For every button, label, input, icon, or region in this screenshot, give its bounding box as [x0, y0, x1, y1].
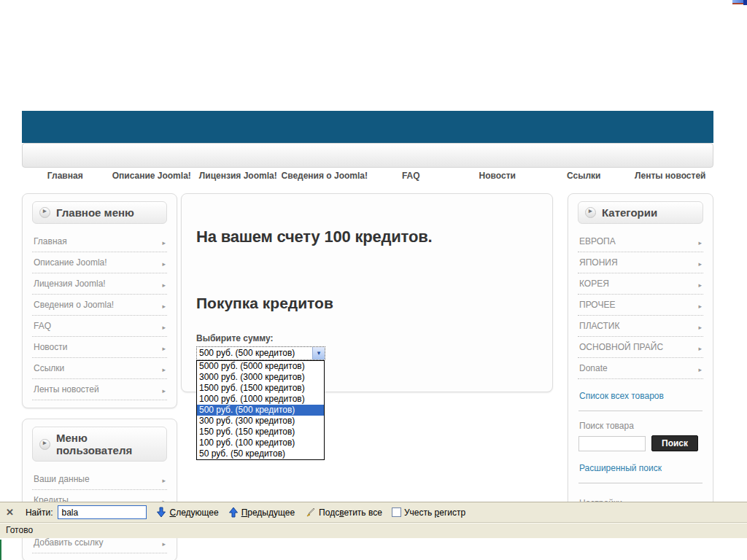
top-nav: Главная Описание Joomla! Лицензия Joomla… [22, 171, 713, 184]
green-edge-artifact [0, 540, 1, 560]
main-menu-item[interactable]: FAQ [32, 316, 167, 337]
main-menu-list: Главная Описание Joomla! Лицензия Joomla… [32, 231, 167, 400]
main-menu-item[interactable]: Описание Joomla! [32, 252, 167, 273]
user-menu-module: Меню пользователя Ваши данные Кредиты [22, 419, 177, 560]
arrow-right-icon [698, 343, 702, 353]
top-nav-item[interactable]: FAQ [368, 171, 454, 184]
product-search-input[interactable] [578, 436, 646, 451]
arrow-right-icon [698, 364, 702, 374]
amount-select-option[interactable]: 1500 руб. (1500 кредитов) [197, 383, 324, 394]
main-menu-item[interactable]: Главная [32, 231, 167, 252]
arrow-right-icon [162, 385, 166, 395]
find-bar: ✕ Найти: Следующее Предыдущее Подсветить… [0, 502, 747, 522]
status-bar: Готово [0, 522, 747, 538]
main-menu-item-label: FAQ [34, 321, 51, 331]
main-menu-item[interactable]: Сведения о Joomla! [32, 295, 167, 316]
main-menu-item[interactable]: Лицензия Joomla! [32, 273, 167, 295]
category-item-label: Donate [579, 363, 608, 373]
match-case-checkbox[interactable]: Учесть регистр [392, 508, 465, 518]
categories-list: ЕВРОПА ЯПОНИЯ КОРЕЯ [578, 231, 703, 379]
arrow-down-icon [156, 507, 166, 518]
top-nav-item[interactable]: Сведения о Joomla! [282, 171, 368, 184]
arrow-right-icon [162, 258, 166, 268]
main-menu-module: Главное меню Главная Описание Joomla! [22, 193, 177, 408]
user-menu-item[interactable]: Ваши данные [32, 469, 167, 490]
top-nav-item[interactable]: Ссылки [541, 171, 627, 184]
chevron-down-icon[interactable]: ▾ [312, 347, 325, 359]
arrow-right-icon [162, 322, 166, 332]
browser-screen: Главная Описание Joomla! Лицензия Joomla… [0, 0, 747, 560]
main-column: На вашем счету 100 кредитов. Покупка кре… [181, 193, 553, 392]
product-search-row: Поиск [578, 435, 703, 451]
category-item[interactable]: ЕВРОПА [578, 231, 703, 252]
user-menu-item-label: Добавить ссылку [34, 537, 103, 548]
categories-title: Категории [602, 206, 657, 219]
category-item-label: ЯПОНИЯ [579, 257, 618, 268]
module-arrow-icon [39, 207, 50, 218]
status-text: Готово [6, 525, 33, 535]
window-fragment [732, 0, 747, 6]
category-item-label: КОРЕЯ [579, 279, 609, 289]
arrow-right-icon [698, 258, 702, 268]
main-menu-header: Главное меню [32, 201, 167, 224]
amount-select-option[interactable]: 1000 руб. (1000 кредитов) [197, 394, 324, 405]
amount-select-option[interactable]: 5000 руб. (5000 кредитов) [197, 361, 324, 372]
find-input[interactable] [58, 505, 147, 519]
product-search-button[interactable]: Поиск [651, 435, 698, 451]
highlighter-icon [304, 508, 316, 518]
amount-select-label: Выбирите сумму: [196, 333, 538, 343]
amount-select-option[interactable]: 300 руб. (300 кредитов) [197, 416, 324, 427]
top-nav-item[interactable]: Лицензия Joomla! [195, 171, 282, 184]
site-header-banner [22, 111, 713, 143]
module-arrow-icon [39, 439, 50, 450]
all-products-link[interactable]: Список всех товаров [579, 391, 702, 401]
advanced-search-link[interactable]: Расширенный поиск [579, 463, 702, 473]
categories-header: Категории [578, 201, 703, 224]
arrow-right-icon [162, 237, 166, 247]
amount-select-option[interactable]: 500 руб. (500 кредитов) [197, 405, 324, 416]
main-menu-item-label: Сведения о Joomla! [34, 300, 114, 310]
arrow-right-icon [698, 322, 702, 332]
amount-select[interactable]: 500 руб. (500 кредитов) ▾ [196, 346, 325, 360]
category-item[interactable]: ПЛАСТИК [578, 316, 703, 337]
top-nav-item[interactable]: Описание Joomla! [109, 171, 196, 184]
main-menu-title: Главное меню [56, 206, 134, 219]
arrow-right-icon [162, 343, 166, 353]
amount-select-option[interactable]: 50 руб. (50 кредитов) [197, 448, 324, 459]
category-item[interactable]: Donate [578, 358, 703, 379]
main-menu-item-label: Описание Joomla! [34, 257, 107, 268]
find-label: Найти: [26, 508, 53, 518]
arrow-right-icon [162, 475, 166, 485]
category-item[interactable]: ОСНОВНОЙ ПРАЙС [578, 337, 703, 358]
top-nav-item[interactable]: Главная [22, 171, 109, 184]
main-menu-item-label: Новости [34, 342, 67, 352]
divider [578, 483, 703, 483]
arrow-right-icon [698, 237, 702, 247]
site-container: Главная Описание Joomla! Лицензия Joomla… [22, 111, 713, 560]
main-menu-item[interactable]: Новости [32, 337, 167, 358]
main-menu-item[interactable]: Ссылки [32, 358, 167, 379]
amount-select-option[interactable]: 100 руб. (100 кредитов) [197, 438, 324, 448]
amount-select-option[interactable]: 3000 руб. (3000 кредитов) [197, 372, 324, 383]
category-item[interactable]: ЯПОНИЯ [578, 252, 703, 273]
find-previous-button[interactable]: Предыдущее [228, 507, 295, 518]
amount-select-option[interactable]: 150 руб. (150 кредитов) [197, 427, 324, 438]
highlight-all-button[interactable]: Подсветить все [304, 508, 382, 518]
checkbox-icon[interactable] [392, 508, 401, 517]
find-next-button[interactable]: Следующее [156, 507, 218, 518]
main-menu-item[interactable]: Ленты новостей [32, 379, 167, 400]
module-arrow-icon [585, 207, 596, 218]
category-item[interactable]: ПРОЧЕЕ [578, 295, 703, 316]
top-nav-item[interactable]: Ленты новостей [627, 171, 714, 184]
main-menu-item-label: Лицензия Joomla! [34, 279, 106, 289]
arrow-right-icon [162, 538, 166, 548]
category-item[interactable]: КОРЕЯ [578, 273, 703, 295]
categories-module: Категории ЕВРОПА ЯПОНИЯ [568, 193, 713, 518]
category-item-label: ОСНОВНОЙ ПРАЙС [579, 342, 663, 352]
top-nav-item[interactable]: Новости [454, 171, 541, 184]
arrow-right-icon [162, 279, 166, 289]
arrow-right-icon [698, 279, 702, 289]
product-search-label: Поиск товара [579, 421, 702, 431]
user-menu-header: Меню пользователя [32, 427, 167, 462]
close-icon[interactable]: ✕ [6, 507, 14, 518]
